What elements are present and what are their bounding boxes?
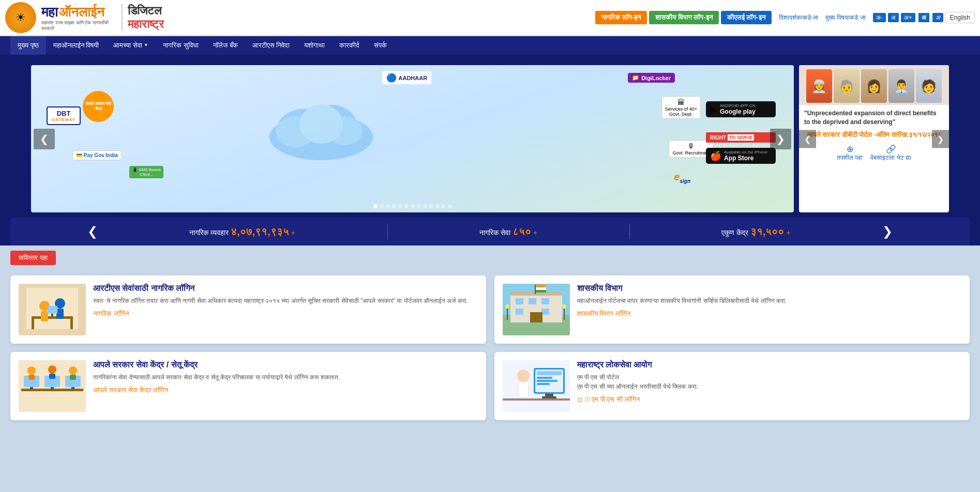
services-item: 🏛 Services of 40+Govt. Dept. bbox=[661, 96, 701, 119]
more-button[interactable]: सविस्तर पहा bbox=[10, 251, 56, 265]
indicator-4[interactable] bbox=[392, 204, 396, 208]
card-seva-kendra: आपले सरकार सेवा केंद्र / सेतू केंद्र नाग… bbox=[10, 352, 486, 420]
font-style-button2[interactable]: अ bbox=[932, 13, 943, 22]
tapshil-link[interactable]: ⊕ तपशील पहा bbox=[837, 144, 863, 161]
svg-point-50 bbox=[517, 370, 530, 382]
esign-item: esign bbox=[674, 171, 690, 184]
navigation: मुख्य पृष्ठ महाऑनलाईन विषयी आमच्या सेवा … bbox=[0, 36, 980, 55]
indicator-6[interactable] bbox=[404, 204, 409, 208]
stats-next-button[interactable]: ❯ bbox=[882, 224, 893, 239]
card-mpsc: महाराष्ट्र लोकसेवा आयोग एम पी एस सी पोर्… bbox=[494, 352, 970, 420]
svg-rect-13 bbox=[56, 309, 64, 319]
main-slider-prev-button[interactable]: ❮ bbox=[34, 129, 55, 149]
indicator-7[interactable] bbox=[411, 204, 415, 208]
svg-rect-38 bbox=[30, 387, 33, 390]
website-link[interactable]: 🔗 वेबसाइटला भेट द्या bbox=[870, 144, 911, 161]
card-seva-kendra-link[interactable]: आपले सरकार सेवा केंद्र लॉगिन bbox=[93, 386, 478, 394]
app-store-button[interactable]: 🍎 Available on the iPhone App Store bbox=[706, 148, 776, 164]
stats-divider-2 bbox=[629, 224, 630, 239]
indicator-13[interactable] bbox=[448, 204, 452, 208]
nav-career[interactable]: कारकीर्द bbox=[332, 36, 367, 55]
nav-yashogatha[interactable]: यशोगाथा bbox=[297, 36, 332, 55]
card-mpsc-content: महाराष्ट्र लोकसेवा आयोग एम पी एस सी पोर्… bbox=[577, 360, 962, 404]
digilocker-item: 📁 DigiLocker bbox=[628, 73, 675, 83]
stat-transactions-label: नागरिक व्यवहार bbox=[189, 228, 231, 237]
indicator-10[interactable] bbox=[429, 204, 433, 208]
card-rts-desc: स्वतः चे नागरिक लॉगिन तयार करा आणि नागरी… bbox=[93, 296, 478, 305]
nav-contact[interactable]: संपर्क bbox=[367, 36, 394, 55]
rts-illustration bbox=[26, 288, 78, 329]
dishadarshaka-link[interactable]: दिशादर्शकाकडे जा bbox=[779, 14, 818, 21]
android-app-label: ANDROID APP ON bbox=[720, 103, 756, 108]
stat-services-value: ८५० bbox=[512, 226, 531, 237]
cloud-diagram: DBT GATEWAY 🔵 AADHAAR 📁 DigiLocker bbox=[31, 65, 794, 212]
card-mpsc-link[interactable]: ⊙ ⊙ एम पी एस सी लॉगिन bbox=[577, 395, 962, 404]
sms-item: 📱 SMS BasedCitize... bbox=[129, 166, 163, 178]
language-selector[interactable]: English bbox=[945, 12, 975, 23]
card-seva-kendra-image bbox=[19, 360, 86, 412]
svg-rect-51 bbox=[518, 382, 529, 397]
font-normal-button[interactable]: अ bbox=[888, 13, 899, 22]
app-store-label: App Store bbox=[724, 155, 767, 162]
nav-home[interactable]: मुख्य पृष्ठ bbox=[10, 36, 46, 55]
logo-maha: महा bbox=[41, 4, 58, 20]
svg-rect-14 bbox=[47, 306, 57, 314]
indicator-12[interactable] bbox=[442, 204, 446, 208]
portrait-1: 👳 bbox=[806, 69, 832, 103]
stats-prev-button[interactable]: ❮ bbox=[87, 224, 98, 239]
stat-centers-label: एकूण केंद्र bbox=[721, 228, 750, 237]
svg-rect-26 bbox=[530, 312, 542, 322]
indicator-11[interactable] bbox=[435, 204, 440, 208]
digilocker-label: DigiLocker bbox=[641, 75, 671, 81]
font-decrease-button[interactable]: अ- bbox=[873, 13, 886, 22]
indicator-3[interactable] bbox=[386, 204, 390, 208]
indicator-9[interactable] bbox=[423, 204, 427, 208]
right-to-serve-button[interactable]: RIGHT TO SERVE bbox=[706, 132, 776, 143]
aadhaar-item: 🔵 AADHAAR bbox=[382, 71, 432, 84]
svg-rect-31 bbox=[507, 307, 508, 320]
portrait-figures: 👳 🧓 👩 👨‍💼 🧑 bbox=[799, 65, 949, 105]
aadhaar-label: AADHAAR bbox=[399, 75, 428, 81]
header: ☀ महा ऑनलाईन महाराष्ट राज्य साइबर आणि टे… bbox=[0, 0, 980, 36]
stat-transactions-suffix: + bbox=[291, 228, 295, 237]
nav-knowledge[interactable]: नॉलेज बँक bbox=[206, 36, 245, 55]
side-slider-prev-button[interactable]: ❮ bbox=[799, 130, 816, 148]
card-seva-kendra-desc: नागरिकांना सेवा देण्यासाठी आपले सरकार से… bbox=[93, 373, 478, 382]
nav-rts[interactable]: आरटीएस निवेदा bbox=[245, 36, 297, 55]
google-play-button[interactable]: ▶ ANDROID APP ON Google play bbox=[706, 101, 776, 117]
dbt-label: DBT bbox=[52, 110, 76, 117]
card-rts-image bbox=[19, 284, 86, 335]
nagarik-login-button[interactable]: नागरिक लॉग-इन bbox=[595, 11, 647, 24]
available-on-label: Available on the iPhone bbox=[724, 150, 767, 155]
seva-kendra-illustration bbox=[19, 360, 86, 412]
side-slider-next-button[interactable]: ❯ bbox=[932, 130, 949, 148]
kle-login-button[interactable]: कीएलई लॉग-इन bbox=[721, 11, 772, 24]
svg-rect-9 bbox=[70, 319, 73, 329]
logo-text: महा ऑनलाईन महाराष्ट राज्य साइबर आणि टेक … bbox=[41, 4, 114, 32]
header-buttons: नागरिक लॉग-इन शासकीय विभाग लॉग-इन कीएलई … bbox=[595, 11, 975, 24]
svg-rect-7 bbox=[32, 316, 73, 319]
nav-citizen[interactable]: नागरिक सुविधा bbox=[156, 36, 206, 55]
header-right: नागरिक लॉग-इन शासकीय विभाग लॉग-इन कीएलई … bbox=[595, 11, 975, 24]
card-shaskiya-link[interactable]: शासकीय विभाग लॉगिन bbox=[577, 310, 962, 318]
indicator-5[interactable] bbox=[398, 204, 402, 208]
card-rts-link[interactable]: नागरिक लॉगिन bbox=[93, 310, 478, 318]
nav-about[interactable]: महाऑनलाईन विषयी bbox=[46, 36, 107, 55]
nav-services[interactable]: आमच्या सेवा ▾ bbox=[106, 36, 156, 55]
mukhya-vishay-link[interactable]: मुख्य विषयाकडे जा bbox=[825, 14, 866, 21]
svg-rect-11 bbox=[41, 311, 48, 321]
indicator-8[interactable] bbox=[417, 204, 421, 208]
card-rts-title: आरटीएस सेवांसाठी नागरिक लॉगिन bbox=[93, 284, 478, 293]
indicator-1[interactable] bbox=[373, 204, 378, 208]
main-slider-next-button[interactable]: ❯ bbox=[770, 129, 791, 149]
svg-point-45 bbox=[69, 366, 77, 375]
shaskiya-login-button[interactable]: शासकीय विभाग लॉग-इन bbox=[649, 11, 719, 24]
portrait-3: 👩 bbox=[861, 69, 887, 103]
font-increase-button[interactable]: अ+ bbox=[901, 13, 915, 22]
services-label: Services of 40+Govt. Dept. bbox=[665, 106, 697, 117]
indicator-2[interactable] bbox=[380, 204, 384, 208]
font-style-button1[interactable]: अ bbox=[917, 12, 930, 23]
govt-recruitment-label: Govt. Recruitment bbox=[672, 150, 710, 156]
svg-point-34 bbox=[562, 304, 566, 309]
svg-rect-23 bbox=[541, 298, 549, 304]
